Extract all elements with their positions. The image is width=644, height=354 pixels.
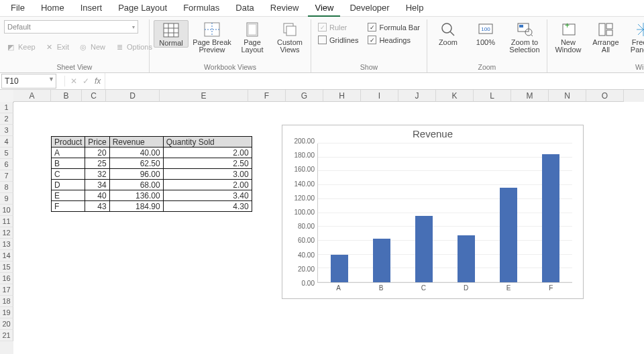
row-header[interactable]: 19 bbox=[0, 307, 13, 318]
table-cell[interactable]: 2.00 bbox=[163, 180, 252, 190]
table-cell[interactable]: 96.00 bbox=[109, 169, 163, 180]
row-header[interactable]: 15 bbox=[0, 261, 13, 273]
row-header[interactable]: 17 bbox=[0, 284, 13, 296]
row-header[interactable]: 6 bbox=[0, 159, 13, 170]
menu-item-help[interactable]: Help bbox=[399, 1, 431, 17]
row-header[interactable]: 4 bbox=[0, 136, 13, 148]
exit-button[interactable]: ✕ Exit bbox=[43, 42, 71, 52]
new-window-button[interactable]: + New Window bbox=[551, 20, 585, 54]
column-header[interactable]: B bbox=[51, 90, 82, 102]
table-cell[interactable]: C bbox=[52, 169, 85, 180]
row-header[interactable]: 1 bbox=[0, 102, 13, 113]
table-cell[interactable]: B bbox=[52, 158, 85, 169]
row-header[interactable]: 16 bbox=[0, 273, 13, 284]
arrange-all-button[interactable]: Arrange All bbox=[589, 20, 623, 54]
chart-bar[interactable] bbox=[458, 235, 475, 282]
row-header[interactable]: 10 bbox=[0, 204, 13, 216]
headings-checkbox[interactable]: ✓ Headings bbox=[368, 36, 420, 44]
column-header[interactable]: J bbox=[398, 90, 436, 102]
chart-bar[interactable] bbox=[331, 255, 348, 282]
column-header[interactable]: K bbox=[436, 90, 474, 102]
table-cell[interactable]: D bbox=[52, 180, 85, 190]
menu-item-formulas[interactable]: Formulas bbox=[176, 1, 226, 17]
select-all-triangle[interactable] bbox=[0, 90, 14, 103]
chart-bar[interactable] bbox=[542, 154, 559, 282]
page-break-button[interactable]: Page Break Preview bbox=[193, 20, 231, 54]
fx-icon[interactable]: fx bbox=[95, 76, 101, 86]
enter-icon[interactable]: ✓ bbox=[83, 76, 89, 86]
column-header[interactable]: G bbox=[286, 90, 323, 102]
menu-item-developer[interactable]: Developer bbox=[343, 1, 396, 17]
row-header[interactable]: 14 bbox=[0, 250, 13, 261]
column-header[interactable]: L bbox=[474, 90, 511, 102]
menu-item-home[interactable]: Home bbox=[34, 1, 71, 17]
chart-bar[interactable] bbox=[373, 239, 390, 282]
column-header[interactable]: O bbox=[586, 90, 624, 102]
worksheet-grid[interactable]: ABCDEFGHIJKLMNO 123456789101112131415161… bbox=[0, 90, 644, 354]
row-header[interactable]: 20 bbox=[0, 318, 13, 330]
freeze-panes-button[interactable]: Freeze Panes ▾ bbox=[627, 20, 644, 54]
column-header[interactable]: A bbox=[13, 90, 51, 102]
row-header[interactable]: 3 bbox=[0, 125, 13, 136]
formula-bar-checkbox[interactable]: ✓ Formula Bar bbox=[368, 23, 420, 32]
menu-item-page-layout[interactable]: Page Layout bbox=[111, 1, 174, 17]
table-cell[interactable]: 4.30 bbox=[163, 201, 252, 212]
menu-item-insert[interactable]: Insert bbox=[74, 1, 109, 17]
table-cell[interactable]: F bbox=[52, 201, 85, 212]
options-button[interactable]: ≣ Options bbox=[113, 42, 154, 52]
column-header[interactable]: I bbox=[361, 90, 398, 102]
zoom-to-selection-button[interactable]: Zoom to Selection bbox=[506, 20, 543, 54]
row-header[interactable]: 12 bbox=[0, 227, 13, 239]
table-cell[interactable]: 40.00 bbox=[109, 148, 163, 158]
zoom-button[interactable]: Zoom bbox=[431, 20, 465, 46]
column-header[interactable]: F bbox=[248, 90, 286, 102]
row-header[interactable]: 18 bbox=[0, 296, 13, 307]
column-header[interactable]: D bbox=[106, 90, 160, 102]
chart-container[interactable]: Revenue 0.0020.0040.0060.0080.00100.0012… bbox=[282, 125, 584, 299]
table-cell[interactable]: 32 bbox=[85, 169, 109, 180]
menu-item-view[interactable]: View bbox=[308, 1, 340, 17]
table-cell[interactable]: 20 bbox=[85, 148, 109, 158]
table-cell[interactable]: 34 bbox=[85, 180, 109, 190]
row-header[interactable]: 11 bbox=[0, 216, 13, 227]
row-header[interactable]: 2 bbox=[0, 113, 13, 125]
row-header[interactable]: 5 bbox=[0, 148, 13, 159]
table-cell[interactable]: 40 bbox=[85, 190, 109, 201]
custom-views-button[interactable]: Custom Views bbox=[273, 20, 307, 54]
menu-item-data[interactable]: Data bbox=[229, 1, 260, 17]
row-header[interactable]: 9 bbox=[0, 193, 13, 204]
table-cell[interactable]: 2.50 bbox=[163, 158, 252, 169]
keep-button[interactable]: ◩ Keep bbox=[4, 42, 38, 52]
chart-bar[interactable] bbox=[500, 188, 517, 282]
table-cell[interactable]: 68.00 bbox=[109, 180, 163, 190]
page-layout-button[interactable]: Page Layout bbox=[235, 20, 269, 54]
menu-item-file[interactable]: File bbox=[4, 1, 32, 17]
sheet-view-combo[interactable]: Default ▾ bbox=[4, 20, 138, 34]
ruler-checkbox[interactable]: ✓ Ruler bbox=[318, 23, 358, 32]
column-header[interactable]: H bbox=[323, 90, 361, 102]
column-header[interactable]: M bbox=[511, 90, 549, 102]
gridlines-checkbox[interactable]: Gridlines bbox=[318, 36, 358, 44]
menu-item-review[interactable]: Review bbox=[264, 1, 306, 17]
table-cell[interactable]: 25 bbox=[85, 158, 109, 169]
table-cell[interactable]: E bbox=[52, 190, 85, 201]
normal-view-button[interactable]: Normal bbox=[154, 20, 189, 48]
table-cell[interactable]: A bbox=[52, 148, 85, 158]
table-cell[interactable]: 3.00 bbox=[163, 169, 252, 180]
row-headers[interactable]: 123456789101112131415161718192021 bbox=[0, 102, 13, 354]
table-cell[interactable]: 43 bbox=[85, 201, 109, 212]
row-header[interactable]: 7 bbox=[0, 170, 13, 182]
table-cell[interactable]: 2.00 bbox=[163, 148, 252, 158]
table-cell[interactable]: 136.00 bbox=[109, 190, 163, 201]
name-box[interactable]: T10 ▼ bbox=[1, 74, 56, 88]
zoom-100-button[interactable]: 100 100% bbox=[469, 20, 502, 46]
column-header[interactable]: C bbox=[82, 90, 106, 102]
chart-bar[interactable] bbox=[415, 216, 433, 282]
cells-area[interactable]: ProductPriceRevenueQuantity SoldA2040.00… bbox=[13, 102, 644, 354]
table-cell[interactable]: 3.40 bbox=[163, 190, 252, 201]
column-header[interactable]: N bbox=[549, 90, 586, 102]
row-header[interactable]: 21 bbox=[0, 330, 13, 341]
table-cell[interactable]: 184.90 bbox=[109, 201, 163, 212]
cancel-icon[interactable]: ✕ bbox=[70, 76, 77, 86]
formula-input[interactable] bbox=[105, 73, 644, 89]
